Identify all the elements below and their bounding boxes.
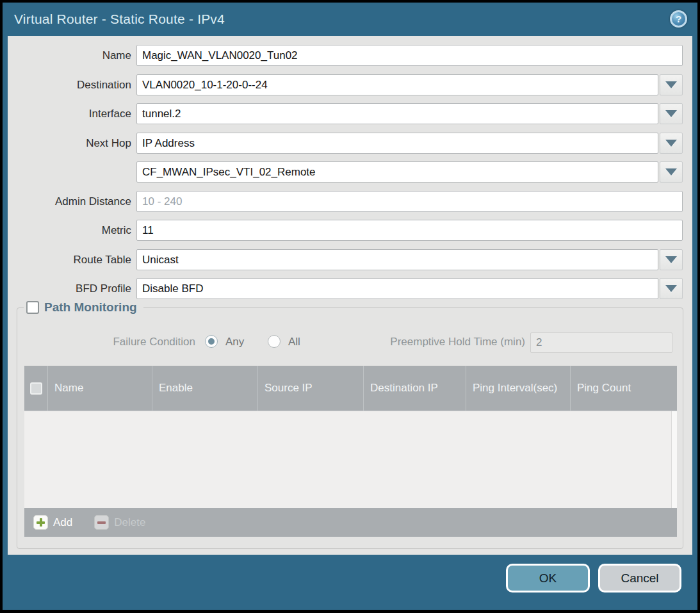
destination-label: Destination (8, 74, 131, 95)
select-all-checkbox[interactable] (30, 382, 42, 395)
failure-condition-radio-any[interactable] (205, 335, 218, 348)
chevron-down-icon (665, 140, 677, 147)
table-header-row: Name Enable Source IP Destination IP Pin… (24, 366, 677, 411)
next-hop-address-input[interactable] (136, 161, 658, 183)
column-header-enable: Enable (152, 366, 258, 411)
path-monitoring-table: Name Enable Source IP Destination IP Pin… (24, 366, 677, 537)
delete-button-label: Delete (114, 516, 145, 529)
dialog-title: Virtual Router - Static Route - IPv4 (3, 12, 225, 27)
table-scrollbar[interactable] (671, 411, 677, 508)
interface-input[interactable] (136, 103, 658, 124)
destination-input[interactable] (136, 74, 658, 95)
column-header-ping-count: Ping Count (571, 366, 677, 411)
bfd-profile-input[interactable] (136, 278, 658, 299)
ok-button[interactable]: OK (506, 564, 590, 593)
route-table-dropdown-button[interactable] (660, 249, 683, 270)
next-hop-address-dropdown-button[interactable] (660, 161, 683, 183)
admin-distance-input[interactable] (136, 191, 683, 212)
column-header-source-ip: Source IP (258, 366, 364, 411)
name-label: Name (8, 45, 131, 66)
delete-button: Delete (94, 515, 145, 530)
table-body-empty (24, 411, 677, 508)
admin-distance-label: Admin Distance (8, 191, 131, 212)
failure-condition-radio-all[interactable] (268, 335, 281, 348)
cancel-button[interactable]: Cancel (598, 564, 681, 593)
column-header-destination-ip: Destination IP (364, 366, 466, 411)
minus-icon (94, 515, 109, 530)
preemptive-hold-time-label: Preemptive Hold Time (min) (359, 336, 525, 348)
metric-label: Metric (8, 220, 131, 241)
destination-dropdown-button[interactable] (660, 74, 683, 95)
column-header-ping-interval: Ping Interval(sec) (466, 366, 571, 411)
failure-condition-any-label: Any (225, 336, 244, 348)
preemptive-hold-time-input (530, 332, 672, 353)
plus-icon (33, 515, 48, 530)
interface-label: Interface (8, 103, 131, 124)
chevron-down-icon (665, 256, 677, 263)
route-table-label: Route Table (8, 249, 131, 270)
static-route-dialog: Virtual Router - Static Route - IPv4 ? N… (0, 0, 700, 613)
next-hop-type-dropdown-button[interactable] (660, 133, 683, 154)
help-icon[interactable]: ? (670, 10, 687, 28)
dialog-content: Name Destination Interface Next Hop Admi… (8, 36, 692, 555)
chevron-down-icon (665, 110, 677, 117)
failure-condition-label: Failure Condition (83, 336, 195, 348)
failure-condition-all-label: All (288, 336, 300, 348)
dialog-chrome: Virtual Router - Static Route - IPv4 ? N… (3, 3, 697, 610)
path-monitoring-checkbox[interactable] (26, 301, 39, 314)
bfd-profile-label: BFD Profile (8, 278, 131, 299)
path-monitoring-title: Path Monitoring (44, 300, 137, 315)
next-hop-type-input[interactable] (136, 133, 658, 154)
name-input[interactable] (136, 45, 683, 66)
table-action-bar: Add Delete (24, 508, 677, 537)
chevron-down-icon (665, 168, 677, 176)
path-monitoring-legend: Path Monitoring (24, 300, 143, 315)
bfd-profile-dropdown-button[interactable] (660, 278, 683, 299)
add-button-label: Add (53, 516, 72, 529)
interface-dropdown-button[interactable] (660, 103, 683, 124)
next-hop-label: Next Hop (8, 133, 131, 154)
table-header-checkbox-cell (24, 366, 48, 411)
metric-input[interactable] (136, 220, 683, 241)
route-table-input[interactable] (136, 249, 658, 270)
dialog-titlebar: Virtual Router - Static Route - IPv4 ? (3, 3, 697, 36)
add-button[interactable]: Add (33, 515, 72, 530)
column-header-name: Name (48, 366, 152, 411)
chevron-down-icon (665, 81, 677, 88)
chevron-down-icon (665, 285, 677, 292)
